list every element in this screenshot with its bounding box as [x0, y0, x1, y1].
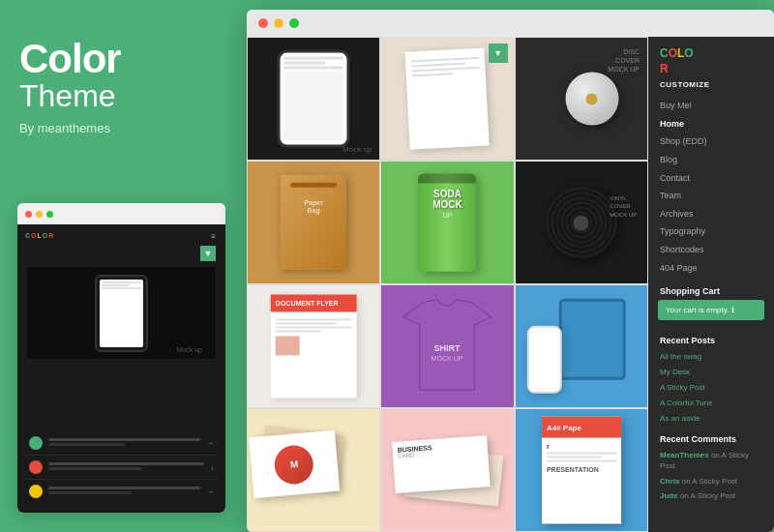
tshirt-svg: SHIRT MOCK UP — [398, 298, 496, 396]
comment-name-2: Chris — [660, 477, 679, 486]
main-content: Mock up ▼ — [247, 37, 774, 532]
sidebar-nav-404[interactable]: 404 Page — [648, 259, 774, 278]
bag-label: PaperBag — [304, 199, 322, 216]
mini-text-line — [48, 491, 132, 494]
recent-post-5[interactable]: As an aside — [648, 411, 774, 427]
doc-line — [276, 330, 321, 332]
sidebar-nav-team[interactable]: Team — [648, 187, 774, 205]
mini-logo-o1: O — [31, 232, 36, 239]
browser-dot-red — [258, 18, 268, 28]
filter-icon: ▼ — [493, 48, 502, 58]
doc-image-placeholder — [276, 336, 300, 355]
brand-title: Color — [19, 39, 218, 79]
sidebar-nav-shortcodes[interactable]: Shortcodes — [648, 241, 774, 259]
comment-2: Chris on A Sticky Post — [648, 474, 774, 488]
can-subtext: UP — [432, 212, 462, 219]
screen-line — [284, 62, 326, 65]
mini-logo-l: L — [38, 232, 42, 239]
phone-mockup-cell9 — [527, 325, 562, 394]
svg-text:SHIRT: SHIRT — [434, 343, 461, 353]
mini-phone-mockup: Mock up — [27, 267, 216, 359]
can-mockup: SODAMOCK UP — [418, 174, 476, 272]
logo-letter-o2: O — [684, 46, 693, 62]
recent-post-2[interactable]: My Desk — [648, 365, 774, 380]
paper-line — [411, 57, 479, 63]
browser-dot-green — [289, 18, 299, 28]
grid-cell-7: DOCUMENT FLYER — [247, 284, 380, 408]
mini-list-item: ↓ — [25, 456, 218, 480]
mini-mockup-label: Mock up — [177, 346, 202, 353]
svg-text:MOCK UP: MOCK UP — [432, 355, 463, 362]
print-container: M — [248, 409, 379, 531]
grid-cell-4: PaperBag — [247, 161, 380, 284]
mini-action-icon: → — [206, 488, 214, 496]
sidebar-nav-typography[interactable]: Typography — [648, 222, 774, 241]
grid-cell-10: M — [247, 408, 380, 532]
paper-line — [412, 67, 480, 73]
brand-subtitle: Theme — [19, 79, 218, 113]
browser-dot-yellow — [274, 18, 283, 28]
sidebar-nav-home[interactable]: Home — [648, 115, 774, 133]
mini-browser-bar — [17, 203, 225, 224]
mini-browser-mockup: C O L O R ≡ ▼ Mock up — [17, 203, 225, 513]
print-circle-text: M — [289, 458, 298, 470]
a4-mockup: A4# Pape r PRESENTATION — [542, 417, 621, 524]
recent-post-4[interactable]: A Colorful Tune — [648, 396, 774, 411]
device-mockups-container — [527, 299, 626, 394]
grid-cell-11: BUSINESS CARD — [380, 408, 514, 532]
can-text: SODAMOCK — [432, 189, 462, 210]
recent-post-1[interactable]: All the swag — [648, 349, 774, 365]
grid-cell-6: VINYLCOVERMOCK UP — [515, 161, 648, 284]
main-browser-bar — [247, 10, 774, 37]
mini-logo-r: R — [48, 232, 53, 239]
main-browser: Mock up ▼ — [247, 10, 774, 532]
print-circle: M — [273, 443, 314, 485]
mini-screen-line — [102, 284, 130, 286]
sidebar-nav: Buy Me! Home Shop (EDD) Blog Contact Tea… — [648, 95, 774, 279]
tshirt-container: SHIRT MOCK UP — [398, 298, 496, 396]
sidebar-nav-shop[interactable]: Shop (EDD) — [648, 133, 774, 151]
doc-line — [276, 326, 352, 328]
mini-dot-green — [46, 211, 53, 218]
customize-label: CUSTOMIZE — [648, 78, 774, 95]
mini-avatar — [29, 436, 43, 450]
mini-dot-yellow — [36, 211, 43, 218]
mini-text-line — [48, 443, 125, 446]
sidebar-nav-blog[interactable]: Blog — [648, 151, 774, 169]
logo-letter-c: C — [660, 46, 669, 62]
comment-text-2: on A Sticky Post — [682, 477, 737, 486]
a4-footer: PRESENTATION — [547, 466, 616, 473]
a4-subtitle: r — [547, 443, 616, 450]
mini-screen-line — [102, 287, 141, 289]
mini-avatar — [29, 485, 43, 498]
doc-header-band: DOCUMENT FLYER — [271, 294, 357, 311]
filter-overlay-button[interactable]: ▼ — [489, 44, 508, 63]
shopping-cart-title: Shopping Cart — [648, 279, 774, 300]
logo-letter-l: L — [677, 46, 684, 62]
print-circle-container: M — [249, 429, 340, 497]
cd-text: DISCCOVERMOCK UP — [608, 47, 640, 74]
mini-dot-red — [25, 211, 32, 218]
mini-logo-c: C — [25, 232, 30, 239]
grid-cell-3: DISCCOVERMOCK UP — [515, 37, 648, 161]
mini-logo: C O L O R — [25, 232, 53, 239]
mini-items: → ↓ → — [25, 431, 218, 503]
sidebar-nav-archives[interactable]: Archives — [648, 205, 774, 223]
document-mockup: DOCUMENT FLYER — [271, 294, 357, 398]
vinyl-container: VINYLCOVERMOCK UP — [545, 187, 617, 259]
doc-line — [276, 322, 337, 324]
mini-text-line — [48, 438, 200, 441]
mini-text-line — [48, 467, 142, 470]
screen-line — [284, 67, 343, 70]
sidebar-nav-buy[interactable]: Buy Me! — [648, 97, 774, 115]
sidebar-nav-contact[interactable]: Contact — [648, 169, 774, 188]
mini-logo-o2: O — [43, 232, 47, 239]
recent-post-3[interactable]: A Sticky Post — [648, 380, 774, 396]
mini-action-icon: ↓ — [210, 463, 214, 472]
grid-cell-9 — [515, 284, 648, 408]
a4-line — [547, 457, 602, 458]
mini-text-line — [48, 487, 200, 489]
print-front: M — [249, 429, 340, 497]
screen-content — [284, 72, 343, 141]
mini-filter-button[interactable]: ▼ — [200, 246, 216, 261]
